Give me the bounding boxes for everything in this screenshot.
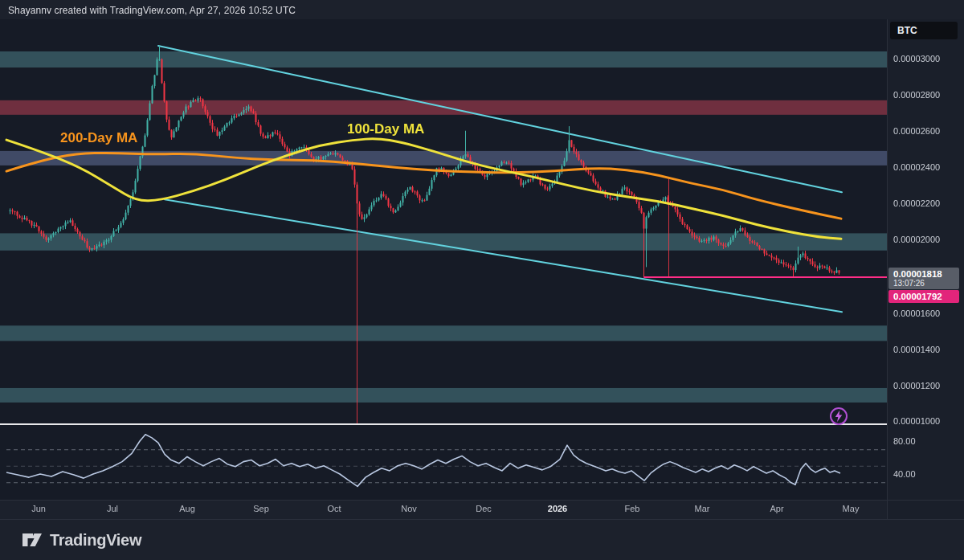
price-axis-label: 0.00002600: [893, 126, 940, 136]
tradingview-logo[interactable]: TradingView: [21, 529, 141, 551]
price-axis-label: 0.00001200: [893, 381, 940, 390]
time-axis-label: Oct: [327, 504, 341, 513]
rsi-axis-label: 80.00: [893, 436, 916, 446]
time-axis-label: 2026: [548, 504, 567, 513]
symbol-interval-box: BTC: [890, 22, 958, 39]
time-axis-label: Sep: [253, 504, 269, 513]
symbol-quote-label: BTC: [897, 25, 917, 36]
ma100-label: 100-Day MA: [347, 121, 424, 137]
bar-countdown: 13:07:26: [893, 279, 959, 288]
price-axis-label: 0.00002000: [893, 235, 940, 244]
rsi-axis-label: 40.00: [893, 469, 916, 479]
last-price-value: 0.00001818: [893, 269, 959, 279]
time-axis-label: Feb: [625, 504, 640, 513]
price-axis-label: 0.00003000: [893, 54, 940, 63]
tradingview-logo-icon: [21, 529, 43, 551]
alert-price-label: 0.00001792: [888, 290, 959, 303]
time-axis-label: Aug: [179, 504, 195, 513]
time-axis-label: Jun: [31, 504, 46, 513]
price-axis-label: 0.00002400: [893, 162, 940, 172]
time-axis-label: Jul: [107, 504, 118, 513]
chart-canvas[interactable]: [0, 0, 964, 560]
time-axis-label: Apr: [770, 504, 783, 513]
price-axis-label: 0.00002200: [893, 198, 940, 208]
time-axis-label: Mar: [695, 504, 710, 513]
time-axis-label: Nov: [401, 504, 417, 513]
tradingview-logo-text: TradingView: [50, 531, 141, 550]
price-axis-label: 0.00001000: [893, 416, 940, 426]
last-price-label: 0.00001818 13:07:26: [888, 268, 959, 289]
lightning-bolt-icon[interactable]: [829, 407, 848, 426]
tradingview-snapshot: Shayannv created with TradingView.com, A…: [0, 0, 964, 560]
price-axis-label: 0.00001400: [893, 345, 940, 354]
time-axis-label: Dec: [476, 504, 492, 513]
price-axis-label: 0.00001600: [893, 309, 940, 318]
price-axis-label: 0.00002800: [893, 90, 940, 100]
attribution-text: Shayannv created with TradingView.com, A…: [8, 5, 296, 16]
time-axis-label: May: [843, 504, 860, 513]
ma200-label: 200-Day MA: [60, 130, 137, 146]
